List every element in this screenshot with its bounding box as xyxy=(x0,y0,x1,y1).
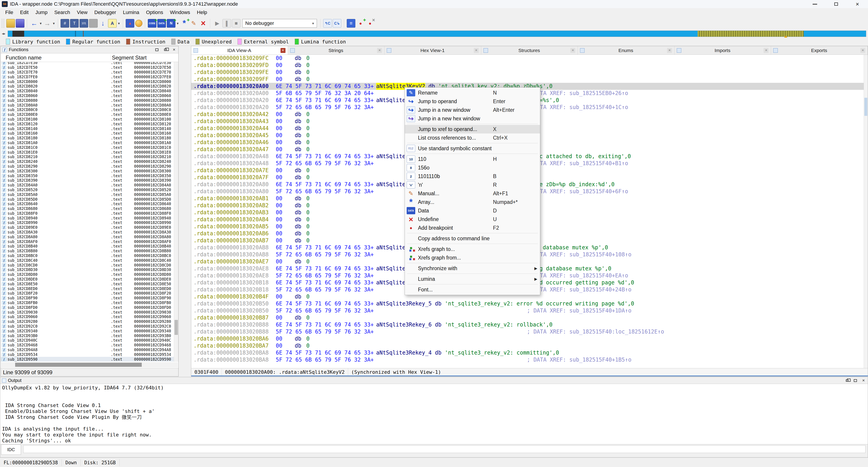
context-menu-item-n[interactable]: 'n'R xyxy=(405,180,540,189)
context-menu-item-synchronize-with[interactable]: Synchronize with▶ xyxy=(405,264,540,273)
function-row[interactable]: fsub_182CD81A0.text0000000182CD81A0 xyxy=(1,141,178,145)
function-row[interactable]: fsub_182CD8000.text0000000182CD8000 xyxy=(1,79,178,84)
function-row[interactable]: fsub_182CD8D80.text0000000182CD8D80 xyxy=(1,272,178,277)
context-menu-item-copy-address-to-command-line[interactable]: Copy address to command line xyxy=(405,234,540,243)
forward-dropdown-icon[interactable] xyxy=(52,19,56,28)
menu-help[interactable]: Help xyxy=(193,9,211,16)
function-row[interactable]: fsub_182CD8240.text0000000182CD8240 xyxy=(1,159,178,164)
function-row[interactable]: fsub_182CD8A30.text0000000182CD8A30 xyxy=(1,230,178,235)
menu-debugger[interactable]: Debugger xyxy=(91,9,120,16)
function-row[interactable]: fsub_182CD8FD0.text0000000182CD8FD0 xyxy=(1,305,178,310)
search-binary-icon[interactable] xyxy=(61,19,69,28)
asm-row[interactable]: .rdata:00000001830209FF00db0 xyxy=(191,76,864,83)
search-immediate-icon[interactable] xyxy=(80,19,88,28)
function-row[interactable]: fsub_182CD8F20.text0000000182CD8F20 xyxy=(1,291,178,296)
jump-next-icon[interactable] xyxy=(98,19,107,28)
function-row[interactable]: fsub_182CD8FB0.text0000000182CD8FB0 xyxy=(1,300,178,305)
function-row[interactable]: fsub_182CD8300.text0000000182CD8300 xyxy=(1,169,178,173)
function-row[interactable]: fsub_182CD84A0.text0000000182CD84A0 xyxy=(1,183,178,187)
script-icon[interactable] xyxy=(347,19,355,28)
output-close-button[interactable]: × xyxy=(861,378,866,383)
panel-splitter[interactable] xyxy=(179,46,191,377)
function-row[interactable]: fsub_182CD8680.text0000000182CD8680 xyxy=(1,206,178,211)
function-row[interactable]: fsub_182CD8160.text0000000182CD8160 xyxy=(1,131,178,136)
context-menu-item-jump-in-a-new-window[interactable]: Jump in a new windowAlt+Enter xyxy=(405,106,540,114)
function-row[interactable]: fsub_182CD9030.text0000000182CD9030 xyxy=(1,310,178,315)
navband-strip[interactable] xyxy=(8,31,866,37)
column-function-name[interactable]: Function name xyxy=(1,55,111,61)
save-icon[interactable] xyxy=(16,19,24,28)
function-row[interactable]: fsub_182CD7FE0.text0000000182CD7FE0 xyxy=(1,75,178,79)
context-menu-item-jump-to-operand[interactable]: Jump to operandEnter xyxy=(405,97,540,106)
breakpoint-x-icon[interactable] xyxy=(366,19,374,28)
output-float-button[interactable] xyxy=(845,378,850,383)
function-row[interactable]: fsub_182CD9590.text0000000182CD9590 xyxy=(1,357,178,361)
asm-row[interactable]: .rdata:00000001830209FD00db0 xyxy=(191,62,864,69)
output-console[interactable]: OllyDumpEx v1.82 by low_priority, IDA64 … xyxy=(0,384,868,444)
disassembly-vscrollbar-thumb[interactable] xyxy=(864,98,867,116)
context-menu-item-xrefs-graph-to[interactable]: Xrefs graph to... xyxy=(405,245,540,254)
function-row[interactable]: fsub_182CD9534.text0000000182CD9534 xyxy=(1,352,178,357)
context-menu-item-list-cross-references-to[interactable]: List cross references to...Ctrl+X xyxy=(405,134,540,142)
tab-close-icon[interactable]: × xyxy=(377,48,382,53)
function-row[interactable]: fsub_182CD8180.text0000000182CD8180 xyxy=(1,136,178,141)
make-array-icon[interactable] xyxy=(180,19,188,28)
context-menu-item-jump-in-a-new-hex-window[interactable]: Jump in a new hex window xyxy=(405,114,540,123)
function-row[interactable]: fsub_182CD8210.text0000000182CD8210 xyxy=(1,154,178,159)
function-row[interactable]: fsub_182CD8040.text0000000182CD8040 xyxy=(1,89,178,93)
menu-options[interactable]: Options xyxy=(143,9,166,16)
asm-row[interactable]: .rdata:0000000183020B886E 74 5F 73 71 6C… xyxy=(191,321,864,328)
tab-close-icon[interactable]: × xyxy=(281,48,285,53)
tab-close-icon[interactable]: × xyxy=(860,48,865,53)
context-menu-item-add-breakpoint[interactable]: Add breakpointF2 xyxy=(405,224,540,232)
functions-hscrollbar-thumb[interactable] xyxy=(15,363,142,367)
function-row[interactable]: fsub_182CD8ED0.text0000000182CD8ED0 xyxy=(1,286,178,291)
tab-structures[interactable]: Structures× xyxy=(481,46,578,55)
tab-close-icon[interactable]: × xyxy=(474,48,479,53)
asm-row[interactable]: .rdata:0000000183020BA600db0 xyxy=(191,335,864,342)
function-row[interactable]: fsub_182CD8060.text0000000182CD8060 xyxy=(1,93,178,98)
function-row[interactable]: fsub_182CD8390.text0000000182CD8390 xyxy=(1,178,178,183)
strings-a-icon[interactable] xyxy=(108,19,117,28)
functions-close-button[interactable]: × xyxy=(172,47,177,52)
column-start[interactable]: Start xyxy=(134,55,178,61)
close-button[interactable]: × xyxy=(847,0,868,8)
disassembly-vscrollbar[interactable] xyxy=(864,55,868,368)
step-c-icon[interactable] xyxy=(323,19,332,28)
run-c-icon[interactable] xyxy=(333,19,341,28)
function-row[interactable]: fsub_182CD8C40.text0000000182CD8C40 xyxy=(1,258,178,263)
output-maximize-button[interactable] xyxy=(853,378,858,383)
function-row[interactable]: fsub_182CD8E50.text0000000182CD8E50 xyxy=(1,282,178,286)
context-menu-item-array[interactable]: Array...Numpad+* xyxy=(405,198,540,206)
function-row[interactable]: fsub_182CD94A8.text0000000182CD94A8 xyxy=(1,348,178,352)
asm-row[interactable]: .rdata:00000001830209FC00db0 xyxy=(191,55,864,62)
function-row[interactable]: fsub_182CD93B0.text0000000182CD93B0 xyxy=(1,333,178,338)
tab-close-icon[interactable]: × xyxy=(667,48,672,53)
context-menu-item-156o[interactable]: 156o xyxy=(405,163,540,172)
problem-icon[interactable] xyxy=(126,19,134,28)
search-gray-icon[interactable] xyxy=(89,19,98,28)
context-menu-item-110[interactable]: 110H xyxy=(405,155,540,163)
asm-row[interactable]: .rdata:0000000183020B505F 72 65 6B 65 79… xyxy=(191,307,864,314)
menu-edit[interactable]: Edit xyxy=(17,9,32,16)
tab-close-icon[interactable]: × xyxy=(570,48,575,53)
forward-icon[interactable] xyxy=(43,19,52,28)
function-row[interactable]: fsub_182CD80E0.text0000000182CD80E0 xyxy=(1,112,178,117)
function-row[interactable]: fsub_182CD80A0.text0000000182CD80A0 xyxy=(1,103,178,108)
undefine-red-icon[interactable] xyxy=(199,19,208,28)
asm-row[interactable]: .rdata:0000000183020BA86E 74 5F 73 71 6C… xyxy=(191,349,864,356)
menu-lumina[interactable]: Lumina xyxy=(120,9,143,16)
function-row[interactable]: fsub_182CD8640.text0000000182CD8640 xyxy=(1,202,178,206)
context-menu-item-1101110b[interactable]: 1101110bB xyxy=(405,172,540,180)
open-file-icon[interactable] xyxy=(6,19,15,28)
menu-jump[interactable]: Jump xyxy=(32,9,51,16)
toolbar-drag-handle[interactable] xyxy=(2,19,4,28)
function-row[interactable]: fsub_182CD940C.text0000000182CD940C xyxy=(1,338,178,343)
function-row[interactable]: fsub_182CD88F0.text0000000182CD88F0 xyxy=(1,211,178,216)
function-row[interactable]: fsub_182CD81E0.text0000000182CD81E0 xyxy=(1,150,178,154)
context-menu-item-manual[interactable]: Manual...Alt+F1 xyxy=(405,189,540,198)
menu-search[interactable]: Search xyxy=(51,9,73,16)
restore-button[interactable] xyxy=(826,0,847,8)
functions-hscrollbar[interactable] xyxy=(1,362,178,368)
navband-arrow-icon[interactable]: ◂▸ xyxy=(2,31,5,36)
